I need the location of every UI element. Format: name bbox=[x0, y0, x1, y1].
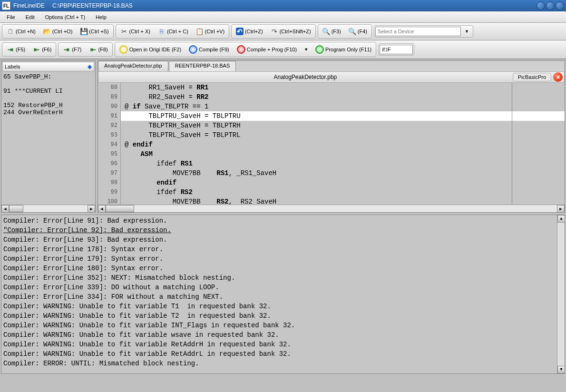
bookmark-f6-button[interactable]: ⇤(F6) bbox=[29, 44, 55, 55]
sidebar-line[interactable] bbox=[3, 95, 93, 102]
sidebar-header[interactable]: Labels ◆ bbox=[2, 62, 94, 71]
close-file-button[interactable]: ✕ bbox=[553, 72, 563, 82]
output-line[interactable]: Compiler: Error[Line 180]: Syntax error. bbox=[3, 264, 563, 273]
scroll-up-icon[interactable]: ▲ bbox=[557, 215, 565, 223]
code-line[interactable]: RR2_SaveH = RR2 bbox=[121, 92, 565, 102]
findnext-button[interactable]: 🔍(F4) bbox=[345, 26, 371, 37]
sidebar-hscroll[interactable]: ◄ ► bbox=[1, 205, 95, 212]
copy-button[interactable]: ⎘(Ctrl + C) bbox=[155, 26, 192, 37]
menu-edit[interactable]: Edit bbox=[21, 13, 39, 21]
code-line[interactable]: ifdef RS2 bbox=[121, 187, 565, 197]
code-body[interactable]: RR1_SaveH = RR1 RR2_SaveH = RR2@ if Save… bbox=[121, 83, 565, 205]
output-line[interactable]: Compiler: Error[Line 91]: Bad expression… bbox=[3, 216, 563, 225]
menu-help[interactable]: Help bbox=[91, 13, 111, 21]
file-lang[interactable]: PicBasicPro bbox=[513, 73, 551, 81]
undo-button[interactable]: ↶(Ctrl+Z) bbox=[233, 26, 266, 37]
output-line[interactable]: Compiler: WARNING: Unable to fit variabl… bbox=[3, 321, 563, 330]
line-number: 97 bbox=[98, 168, 117, 178]
scroll-thumb[interactable] bbox=[106, 205, 134, 212]
scroll-thumb[interactable] bbox=[9, 205, 23, 212]
output-line[interactable]: Compiler: Error[Line 334]: FOR without a… bbox=[3, 292, 563, 302]
code-line[interactable]: RR1_SaveH = RR1 bbox=[121, 83, 565, 92]
line-number: 91 bbox=[98, 111, 117, 121]
output-panel[interactable]: Compiler: Error[Line 91]: Bad expression… bbox=[1, 215, 565, 374]
compile-dropdown-icon[interactable]: ▼ bbox=[301, 47, 311, 52]
bookmark-f5-button[interactable]: ⇥(F5) bbox=[3, 44, 29, 55]
output-line[interactable]: Compiler: ERROR: UNTIL: Mismatched block… bbox=[3, 359, 563, 368]
code-line[interactable]: ASM bbox=[121, 149, 565, 159]
bookmark-f8-button[interactable]: ⇤(F8) bbox=[86, 44, 111, 55]
menu-options[interactable]: Options (Ctrl + T) bbox=[40, 13, 90, 21]
cut-button[interactable]: ✂(Ctrl + X) bbox=[117, 26, 154, 37]
window-controls bbox=[537, 1, 564, 10]
bookmark-icon: ⇤ bbox=[33, 46, 40, 53]
code-line[interactable]: ifdef RS1 bbox=[121, 159, 565, 168]
code-editor[interactable]: 888990919293949596979899100 RR1_SaveH = … bbox=[98, 83, 565, 205]
device-dropdown-icon[interactable]: ▼ bbox=[462, 29, 472, 34]
output-line[interactable]: Compiler: WARNING: Unable to fit variabl… bbox=[3, 349, 563, 359]
close-window-button[interactable] bbox=[556, 1, 564, 10]
circle-red-icon bbox=[237, 45, 245, 54]
scroll-right-icon[interactable]: ► bbox=[557, 205, 565, 213]
tab-analogpeak[interactable]: AnalogPeakDetector.pbp bbox=[98, 61, 168, 71]
editor-tabs: AnalogPeakDetector.pbp REENTERPBP-18.BAS bbox=[98, 61, 565, 71]
scroll-left-icon[interactable]: ◄ bbox=[98, 205, 106, 213]
editor-hscroll[interactable]: ◄ ► bbox=[98, 205, 565, 212]
open-ide-button[interactable]: Open in Origi IDE (F2) bbox=[116, 43, 185, 56]
open-button[interactable]: 📂(Ctrl +O) bbox=[40, 26, 76, 37]
output-line[interactable]: Compiler: WARNING: Unable to fit variabl… bbox=[3, 311, 563, 321]
code-line[interactable]: TBLPTRU_SaveH = TBLPTRU bbox=[121, 111, 565, 121]
compile-button[interactable]: Compile (F9) bbox=[185, 43, 233, 56]
output-line[interactable]: Compiler: WARNING: Unable to fit variabl… bbox=[3, 330, 563, 340]
undo-label: (Ctrl+Z) bbox=[245, 29, 263, 34]
redo-button[interactable]: ↷(Ctrl+Shift+Z) bbox=[267, 26, 314, 37]
output-line[interactable]: Compiler: Error[Line 178]: Syntax error. bbox=[3, 245, 563, 254]
program-only-button[interactable]: Program Only (F11) bbox=[312, 43, 375, 56]
output-line[interactable]: Compiler: WARNING: Unable to fit variabl… bbox=[3, 340, 563, 349]
code-line[interactable]: MOVE?BB RS1, _RS1_SaveH bbox=[121, 168, 565, 178]
code-line[interactable]: MOVE?BB RS2, RS2 SaveH bbox=[121, 197, 565, 205]
scroll-left-icon[interactable]: ◄ bbox=[1, 205, 9, 213]
line-number: 100 bbox=[98, 197, 117, 205]
sidebar-content[interactable]: 65 SavePBP_H: 91 ***CURRENT LI 152 Resto… bbox=[1, 72, 95, 205]
code-line[interactable]: TBLPTRL_SaveH = TBLPTRL bbox=[121, 130, 565, 140]
output-vscroll[interactable]: ▲ ▼ bbox=[557, 215, 565, 373]
redo-label: (Ctrl+Shift+Z) bbox=[280, 29, 311, 34]
tab-reenterpbp[interactable]: REENTERPBP-18.BAS bbox=[169, 61, 236, 71]
sidebar-line[interactable]: 152 RestorePBP_H bbox=[3, 102, 93, 109]
code-line[interactable]: @ if Save_TBLPTR == 1 bbox=[121, 102, 565, 111]
output-line[interactable]: Compiler: Error[Line 93]: Bad expression… bbox=[3, 235, 563, 245]
sidebar-line[interactable] bbox=[3, 80, 93, 88]
save-button[interactable]: 💾(Ctrl +S) bbox=[77, 26, 112, 37]
output-content: Compiler: Error[Line 91]: Bad expression… bbox=[1, 215, 565, 369]
code-line[interactable]: endif bbox=[121, 178, 565, 187]
save-label: (Ctrl +S) bbox=[89, 29, 108, 34]
scroll-down-icon[interactable]: ▼ bbox=[557, 366, 565, 373]
menu-file[interactable]: File bbox=[2, 13, 20, 21]
output-line[interactable]: "Compiler: Error[Line 92]: Bad expressio… bbox=[3, 225, 563, 235]
toolbar-1: 🗋(Ctrl +N) 📂(Ctrl +O) 💾(Ctrl +S) ✂(Ctrl … bbox=[0, 23, 566, 40]
sidebar-line[interactable]: 91 ***CURRENT LI bbox=[3, 88, 93, 95]
new-icon: 🗋 bbox=[7, 28, 14, 35]
code-line[interactable]: @ endif bbox=[121, 140, 565, 149]
paste-button[interactable]: 📋(Ctrl +V) bbox=[193, 26, 228, 37]
sidebar-line[interactable]: 65 SavePBP_H: bbox=[3, 73, 93, 80]
compile-prog-button[interactable]: Compile + Prog (F10) bbox=[234, 43, 300, 56]
if-input[interactable] bbox=[380, 45, 413, 54]
circle-blue-icon bbox=[189, 45, 197, 54]
maximize-button[interactable] bbox=[546, 1, 555, 10]
cut-label: (Ctrl + X) bbox=[129, 29, 150, 34]
output-line[interactable]: Compiler: WARNING: Unable to fit variabl… bbox=[3, 302, 563, 311]
scroll-right-icon[interactable]: ► bbox=[88, 205, 95, 213]
compile-label: Compile (F9) bbox=[199, 47, 229, 52]
code-line[interactable]: TBLPTRH_SaveH = TBLPTRH bbox=[121, 121, 565, 130]
sidebar-line[interactable]: 244 OverReEnterH bbox=[3, 109, 93, 116]
output-line[interactable]: Compiler: Error[Line 179]: Syntax error. bbox=[3, 254, 563, 264]
minimize-button[interactable] bbox=[537, 1, 545, 10]
output-line[interactable]: Compiler: Error[Line 339]: DO without a … bbox=[3, 283, 563, 292]
bookmark-f7-button[interactable]: ⇥(F7) bbox=[59, 44, 85, 55]
device-select[interactable] bbox=[375, 27, 461, 36]
find-button[interactable]: 🔍(F3) bbox=[319, 26, 344, 37]
new-button[interactable]: 🗋(Ctrl +N) bbox=[3, 26, 39, 37]
output-line[interactable]: Compiler: Error[Line 352]: NEXT: Mismatc… bbox=[3, 273, 563, 283]
